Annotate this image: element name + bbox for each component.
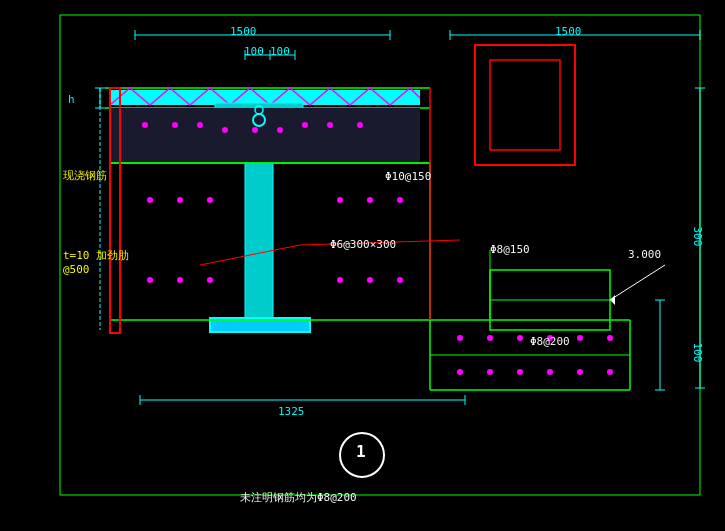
svg-line-83: [610, 265, 665, 300]
svg-point-24: [197, 122, 203, 128]
svg-point-22: [142, 122, 148, 128]
svg-point-27: [277, 127, 283, 133]
svg-rect-0: [60, 15, 700, 495]
svg-point-76: [547, 369, 553, 375]
svg-point-71: [577, 335, 583, 341]
bottom-note: 未注明钢筋均为Φ8@200: [240, 490, 357, 505]
svg-point-36: [337, 197, 343, 203]
dim-1325-bottom: 1325: [278, 405, 305, 418]
svg-point-42: [337, 277, 343, 283]
svg-point-34: [177, 197, 183, 203]
label-phi8-200: Φ8@200: [530, 335, 570, 348]
dim-1500-top-right: 1500: [555, 25, 582, 38]
svg-point-72: [607, 335, 613, 341]
svg-point-37: [367, 197, 373, 203]
label-phi6-300: Φ6@300×300: [330, 238, 396, 251]
cad-drawing-canvas: 1500 1500 100 100 h 现浇钢筋 Φ10@150 Φ6@300×…: [0, 0, 725, 531]
svg-point-74: [487, 369, 493, 375]
svg-point-44: [397, 277, 403, 283]
dim-300-right: 300: [691, 227, 704, 247]
svg-point-26: [252, 127, 258, 133]
dim-100-right: 100: [270, 45, 290, 58]
svg-point-33: [147, 197, 153, 203]
label-t10-stiffener: t=10 加劲肋 @500: [63, 248, 129, 276]
svg-point-41: [207, 277, 213, 283]
svg-point-78: [607, 369, 613, 375]
label-h: h: [68, 93, 75, 106]
svg-point-68: [487, 335, 493, 341]
svg-point-75: [517, 369, 523, 375]
dim-100-left: 100: [244, 45, 264, 58]
svg-point-39: [147, 277, 153, 283]
svg-point-43: [367, 277, 373, 283]
svg-rect-21: [110, 108, 420, 163]
svg-point-38: [397, 197, 403, 203]
svg-point-40: [177, 277, 183, 283]
label-3000: 3.000: [628, 248, 661, 261]
svg-point-29: [327, 122, 333, 128]
dim-1500-top-left: 1500: [230, 25, 257, 38]
svg-point-30: [357, 122, 363, 128]
svg-point-35: [207, 197, 213, 203]
svg-point-77: [577, 369, 583, 375]
svg-point-23: [172, 122, 178, 128]
label-phi10-150: Φ10@150: [385, 170, 431, 183]
label-phi8-150: Φ8@150: [490, 243, 530, 256]
svg-point-25: [222, 127, 228, 133]
svg-point-73: [457, 369, 463, 375]
svg-point-69: [517, 335, 523, 341]
svg-rect-48: [490, 60, 560, 150]
svg-point-28: [302, 122, 308, 128]
svg-point-67: [457, 335, 463, 341]
circle-number-1: 1: [356, 442, 366, 461]
dim-100-right-bottom: 100: [691, 343, 704, 363]
label-xianjiao-gangjin: 现浇钢筋: [63, 168, 107, 183]
